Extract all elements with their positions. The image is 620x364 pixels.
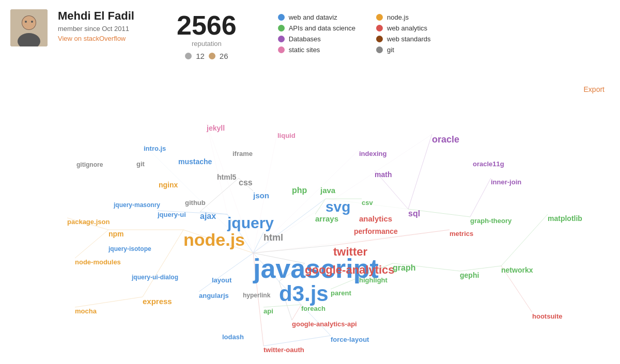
tag-foreach[interactable]: foreach — [301, 305, 326, 312]
tag-intro-js[interactable]: intro.js — [144, 145, 166, 152]
tag-csv[interactable]: csv — [362, 199, 373, 207]
tag-lodash[interactable]: lodash — [222, 333, 244, 341]
tag-html5[interactable]: html5 — [217, 173, 236, 181]
tag-google-analytics-api[interactable]: google-analytics-api — [292, 320, 357, 328]
silver-badge-icon — [185, 53, 192, 59]
tag-metrics[interactable]: metrics — [450, 230, 473, 238]
tag-nginx[interactable]: nginx — [159, 181, 178, 189]
tag-graph-theory[interactable]: graph-theory — [470, 217, 512, 225]
tag-networkx[interactable]: networkx — [501, 266, 533, 274]
legend-dot-git — [376, 46, 383, 53]
tag-performance[interactable]: performance — [354, 227, 398, 235]
tag-jquery-ui[interactable]: jquery-ui — [158, 211, 186, 218]
tag-iframe[interactable]: iframe — [233, 150, 253, 157]
legend-label-static-sites: static sites — [289, 46, 320, 54]
tag-express[interactable]: express — [143, 297, 172, 306]
tag-matplotlib[interactable]: matplotlib — [548, 214, 582, 223]
tag-php[interactable]: php — [292, 186, 307, 195]
tag-json[interactable]: json — [253, 191, 269, 200]
tag-package-json[interactable]: package.json — [67, 218, 110, 226]
tag-java[interactable]: java — [320, 186, 335, 195]
legend-item-web-standards: web standards — [376, 35, 454, 43]
tag-d3-js[interactable]: d3.js — [279, 281, 329, 306]
legend-item-databases: Databases — [278, 35, 355, 43]
export-button[interactable]: Export — [584, 85, 605, 93]
tag-gitignore[interactable]: gitignore — [76, 161, 103, 168]
tag-graph[interactable]: graph — [393, 263, 415, 273]
tag-math[interactable]: math — [375, 170, 392, 179]
tag-node-modules[interactable]: node-modules — [75, 258, 121, 266]
tag-oracle[interactable]: oracle — [432, 134, 459, 145]
svg-line-8 — [143, 230, 183, 297]
stackoverflow-link[interactable]: View on stackOverflow — [58, 35, 151, 42]
legend-dot-static-sites — [278, 46, 285, 53]
tag-jquery-isotope[interactable]: jquery-isotope — [109, 245, 151, 252]
avatar — [10, 9, 48, 46]
svg-line-9 — [75, 230, 109, 258]
legend-dot-apis-data-science — [278, 25, 285, 31]
tag-inner-join[interactable]: inner-join — [491, 178, 521, 186]
tag-force-layout[interactable]: force-layout — [331, 336, 369, 343]
svg-line-35 — [207, 124, 227, 214]
user-name: Mehdi El Fadil — [58, 9, 151, 23]
tag-github[interactable]: github — [185, 199, 206, 207]
legend-label-git: git — [387, 46, 394, 54]
tag-indexing[interactable]: indexing — [359, 150, 386, 157]
legend-label-web-analytics: web analytics — [387, 24, 427, 32]
tag-oracle11g[interactable]: oracle11g — [473, 160, 504, 168]
legend-dot-databases — [278, 36, 285, 42]
tag-mustache[interactable]: mustache — [178, 157, 212, 166]
tag-layout[interactable]: layout — [212, 276, 231, 284]
tag-git[interactable]: git — [136, 160, 145, 168]
tag-svg[interactable]: svg — [326, 199, 350, 215]
svg-point-5 — [31, 21, 33, 23]
tag-mocha[interactable]: mocha — [75, 307, 97, 315]
tag-hootsuite[interactable]: hootsuite — [532, 312, 563, 320]
svg-line-48 — [470, 178, 491, 217]
tag-api[interactable]: api — [264, 307, 273, 315]
tag-css[interactable]: css — [239, 178, 253, 187]
svg-point-4 — [25, 21, 27, 23]
bronze-badge-icon — [209, 53, 215, 59]
legend-label-nodejs: node.js — [387, 13, 409, 21]
tag-jquery[interactable]: jquery — [227, 214, 274, 232]
svg-line-20 — [408, 134, 432, 209]
tag-highlight[interactable]: highlight — [359, 276, 388, 284]
svg-line-43 — [264, 336, 331, 346]
svg-line-29 — [199, 253, 253, 292]
legend-dot-nodejs — [376, 14, 383, 21]
tag-html[interactable]: html — [264, 232, 283, 243]
tag-twitter[interactable]: twitter — [333, 245, 367, 259]
tag-angularjs[interactable]: angularjs — [199, 292, 229, 299]
legend-item-git: git — [376, 46, 454, 54]
header: Mehdi El Fadil member since Oct 2011 Vie… — [0, 0, 620, 66]
tag-jekyll[interactable]: jekyll — [207, 124, 225, 132]
tag-node-js[interactable]: node.js — [183, 230, 245, 250]
tag-analytics[interactable]: analytics — [359, 214, 392, 223]
tag-twitter-oauth[interactable]: twitter-oauth — [264, 346, 304, 354]
legend-dot-web-standards — [376, 36, 383, 42]
graph-area: javascriptd3.jsnode.jsjquerysvggoogle-an… — [0, 98, 620, 364]
tag-gephi[interactable]: gephi — [460, 271, 479, 279]
legend-dot-web-dataviz — [278, 14, 285, 21]
tag-parent[interactable]: parent — [331, 289, 351, 297]
user-info: Mehdi El Fadil member since Oct 2011 Vie… — [58, 9, 151, 42]
tag-ajax[interactable]: ajax — [200, 212, 216, 221]
legend-item-static-sites: static sites — [278, 46, 355, 54]
legend-label-databases: Databases — [289, 35, 321, 43]
tag-npm[interactable]: npm — [109, 230, 124, 238]
tag-jquery-masonry[interactable]: jquery-masonry — [114, 201, 160, 209]
svg-line-11 — [75, 297, 143, 307]
legend-item-nodejs: node.js — [376, 13, 454, 21]
tag-liquid[interactable]: liquid — [277, 132, 296, 139]
tag-jquery-ui-dialog[interactable]: jquery-ui-dialog — [132, 274, 178, 281]
svg-line-19 — [460, 266, 501, 271]
tag-google-analytics[interactable]: google-analytics — [305, 263, 395, 277]
legend-item-web-dataviz: web and dataviz — [278, 13, 355, 21]
legend-dot-web-analytics — [376, 25, 383, 31]
tag-sql[interactable]: sql — [408, 209, 420, 218]
legend-label-web-standards: web standards — [387, 35, 431, 43]
tag-hyperlink[interactable]: hyperlink — [243, 292, 270, 299]
legend-label-web-dataviz: web and dataviz — [289, 13, 337, 21]
tag-arrays[interactable]: arrays — [315, 214, 338, 223]
